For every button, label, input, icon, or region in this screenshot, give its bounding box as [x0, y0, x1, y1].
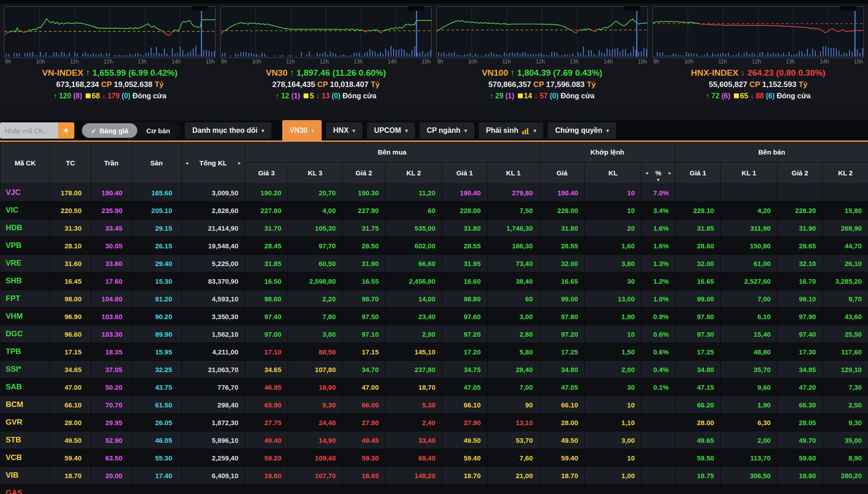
percent-change-cell: 0.1%: [641, 378, 675, 396]
market-tab[interactable]: UPCOM ▾: [367, 122, 415, 139]
market-tab[interactable]: Phái sinh ▾: [479, 122, 544, 139]
table-row[interactable]: VPB28.1030.0526.1519,548,4028.4597,7028.…: [0, 237, 868, 255]
sparkline-chart[interactable]: [4, 6, 216, 58]
col-ticker[interactable]: Mã CK: [0, 142, 50, 184]
ask-price1-cell: 66.20: [675, 396, 721, 414]
time-tick: 14h: [172, 58, 181, 65]
table-row[interactable]: VRE31.6033.8029.405,225,0031.8560,5031.9…: [0, 255, 868, 272]
right-arrow-icon[interactable]: ▸: [238, 160, 241, 165]
bid-price1-cell: 97.20: [442, 325, 487, 343]
table-row[interactable]: VIB18.7020.0017.406,409,1018.60107,7018.…: [0, 467, 868, 484]
table-row[interactable]: VHM96.90103.6090.203,350,3097.407,8097.5…: [0, 308, 868, 325]
reference-price-cell: 49.50: [50, 431, 91, 449]
ask-price2-cell: 32.10: [777, 255, 823, 272]
ticker-cell: VPB: [0, 237, 50, 255]
table-row[interactable]: SSI*34.6537.0532.2521,063,7034.65107,803…: [0, 361, 868, 378]
col-bid-price1[interactable]: Giá 1: [442, 162, 487, 184]
bid-vol3-cell: 107,80: [288, 361, 342, 378]
col-ask-vol1[interactable]: KL 1: [721, 162, 777, 184]
bid-vol2-cell: [386, 484, 442, 494]
col-ask-price1[interactable]: Giá 1: [675, 162, 721, 184]
col-ask-vol2[interactable]: KL 2: [823, 162, 868, 184]
table-row[interactable]: TPB17.1518.3515.954,211,0017.1088,5017.1…: [0, 343, 868, 361]
table-row[interactable]: VJC178.00190.40165.603,009,50190.2020,70…: [0, 184, 868, 202]
add-ticker-button[interactable]: +: [58, 122, 74, 139]
market-tab[interactable]: HNX ▾: [326, 122, 362, 139]
floor-price-cell: 165.60: [132, 184, 182, 202]
col-total-volume[interactable]: ◂ Tổng KL ▸: [182, 142, 245, 184]
market-tab[interactable]: VN30 ▾: [282, 120, 322, 141]
col-bid-vol3[interactable]: KL 3: [288, 162, 342, 184]
chart-menu-notch[interactable]: [840, 6, 856, 11]
col-percent-sort[interactable]: ◂ % ▸ ▼: [641, 162, 675, 184]
ask-vol2-cell: 2,50: [823, 396, 868, 414]
table-row[interactable]: STB49.5052.9046.055,896,1049.4014,9049.4…: [0, 431, 868, 449]
col-matched-vol[interactable]: KL: [585, 162, 641, 184]
chart-menu-notch[interactable]: [408, 6, 424, 11]
search-input[interactable]: [0, 122, 58, 139]
col-bid-vol2[interactable]: KL 2: [386, 162, 442, 184]
col-bid-vol1[interactable]: KL 1: [487, 162, 540, 184]
time-tick: 12h: [752, 58, 761, 65]
index-stats: VN30 ↑ 1,897.46 (11.26 0.60%) 278,164,43…: [220, 67, 432, 103]
ask-price1-cell: 16.65: [675, 272, 721, 290]
table-row[interactable]: BCM66.1070.7061.50298,4065.909,3066.005,…: [0, 396, 868, 414]
chart-menu-notch[interactable]: [192, 6, 208, 11]
ask-price2-cell: 28.05: [777, 414, 823, 431]
percent-change-cell: 1.3%: [641, 255, 675, 272]
sparkline-chart[interactable]: [652, 6, 864, 58]
market-tab[interactable]: CP ngành ▾: [420, 122, 474, 139]
right-arrow-icon[interactable]: ▸: [669, 170, 671, 175]
ceiling-price-cell: 190.40: [91, 184, 132, 202]
total-volume-cell: 21,063,70: [182, 361, 245, 378]
table-row[interactable]: DGC96.60103.3089.901,562,1097.003,8097.1…: [0, 325, 868, 343]
left-arrow-icon[interactable]: ◂: [186, 160, 188, 165]
percent-change-cell: 0.6%: [641, 343, 675, 361]
col-bid-price2[interactable]: Giá 2: [342, 162, 386, 184]
ticker-cell: SSI*: [0, 361, 50, 378]
ticker-cell: VCB: [0, 449, 50, 467]
market-tab[interactable]: Chứng quyền ▾: [548, 122, 616, 139]
ask-vol2-cell: [823, 484, 868, 494]
floor-price-cell: 29.15: [132, 219, 182, 237]
ceiling-price-cell: 33.45: [91, 219, 132, 237]
bid-price1-cell: 31.80: [442, 219, 487, 237]
ceiling-price-cell: 63.50: [91, 449, 132, 467]
col-matched-price[interactable]: Giá: [540, 162, 585, 184]
index-stats: VN100 ↑ 1,804.39 (7.69 0.43%) 570,866,35…: [436, 67, 648, 103]
view-tab-active[interactable]: ✓Bảng giá: [82, 123, 137, 138]
matched-price-cell: 228.00: [540, 202, 585, 219]
col-ceiling[interactable]: Trần: [91, 142, 132, 184]
table-row[interactable]: VCB59.4063.5055.302,259,4059.20109,4059.…: [0, 449, 868, 467]
table-row[interactable]: VIC220.50235.90205.102,828,60227.804,002…: [0, 202, 868, 219]
table-row[interactable]: HDB31.3033.4529.1521,414,9031.70105,3031…: [0, 219, 868, 237]
table-row[interactable]: SAB47.0050.2043.75776,7046.9518,9047.001…: [0, 378, 868, 396]
chart-menu-notch[interactable]: [624, 6, 640, 11]
table-row[interactable]: FPT98.00104.8091.204,593,1098.602,2098.7…: [0, 290, 868, 308]
bid-price2-cell: 227.90: [342, 202, 386, 219]
view-tab-inactive[interactable]: Cơ bản: [137, 123, 179, 138]
col-floor[interactable]: Sàn: [132, 142, 182, 184]
time-axis: 9h10h11h12h13h14h15h: [652, 58, 864, 65]
index-name: VN100: [482, 68, 508, 77]
sparkline-chart[interactable]: [436, 6, 648, 58]
time-tick: 13h: [354, 58, 363, 65]
ask-price1-cell: 228.10: [675, 202, 721, 219]
ask-price1-cell: 17.25: [675, 343, 721, 361]
index-chart-column: 9h10h11h12h13h14h15h HNX-INDEX ↓ 264.23 …: [650, 6, 866, 103]
table-row[interactable]: GVR28.0029.9526.051,872,3027.7524,4027.8…: [0, 414, 868, 431]
percent-change-cell: [641, 431, 675, 449]
matched-vol-cell: 20: [585, 219, 641, 237]
total-volume-cell: 4,593,10: [182, 290, 245, 308]
sparkline-chart[interactable]: [220, 6, 432, 58]
watchlist-dropdown[interactable]: Danh mục theo dõi ▾: [185, 122, 271, 139]
bid-price3-cell: 28.45: [245, 237, 288, 255]
view-toggle: ✓Bảng giáCơ bản: [81, 122, 180, 139]
table-row[interactable]: SHB16.4517.6015.3083,370,9016.502,598,80…: [0, 272, 868, 290]
table-row[interactable]: GAS: [0, 484, 868, 494]
col-reference[interactable]: TC: [50, 142, 91, 184]
col-ask-price2[interactable]: Giá 2: [777, 162, 823, 184]
left-arrow-icon[interactable]: ◂: [646, 170, 648, 175]
bid-price3-cell: 31.85: [245, 255, 288, 272]
col-bid-price3[interactable]: Giá 3: [245, 162, 288, 184]
